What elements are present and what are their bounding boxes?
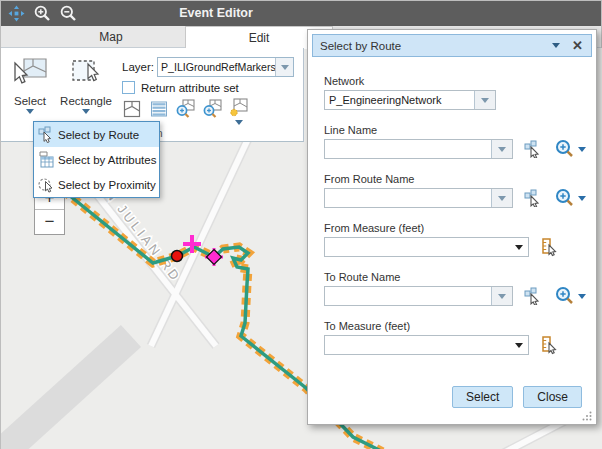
layer-dropdown-button[interactable] bbox=[275, 58, 293, 76]
select-on-map-icon bbox=[524, 189, 542, 207]
from-route-select-on-map-button[interactable] bbox=[524, 189, 542, 207]
from-measure-combobox[interactable] bbox=[324, 237, 529, 257]
from-measure-input[interactable] bbox=[325, 238, 510, 256]
from-measure-label: From Measure (feet) bbox=[324, 222, 586, 234]
zoom-magnifier-icon bbox=[555, 286, 575, 306]
to-route-zoom-button[interactable] bbox=[555, 286, 586, 306]
app-title: Event Editor bbox=[179, 6, 253, 20]
menu-item-label: Select by Attributes bbox=[58, 154, 156, 166]
menu-item-select-by-proximity[interactable]: Select by Proximity bbox=[34, 172, 159, 197]
title-bar: Event Editor bbox=[1, 1, 601, 26]
zoom-options-caret[interactable] bbox=[578, 294, 586, 299]
zoom-magnifier-icon bbox=[555, 139, 575, 159]
to-measure-dropdown-button[interactable] bbox=[510, 336, 528, 354]
select-on-map-icon bbox=[524, 287, 542, 305]
line-name-zoom-button[interactable] bbox=[555, 139, 586, 159]
layer-value: P_ILIGroundRefMarkers bbox=[158, 58, 275, 76]
polygon-icon bbox=[122, 99, 142, 119]
from-measure-dropdown-button[interactable] bbox=[510, 238, 528, 256]
select-dropdown-menu: Select by Route Select by Attributes Sel… bbox=[33, 121, 160, 198]
from-route-dropdown-button[interactable] bbox=[491, 189, 512, 207]
selection-options-icon bbox=[228, 97, 249, 118]
from-route-combobox[interactable] bbox=[324, 188, 513, 208]
measure-ruler-icon bbox=[540, 336, 559, 355]
panel-title: Select by Route bbox=[313, 40, 552, 52]
select-tool-label: Select bbox=[5, 95, 55, 107]
select-by-proximity-icon bbox=[38, 176, 54, 193]
rectangle-tool-icon bbox=[68, 57, 104, 90]
to-route-dropdown-button[interactable] bbox=[491, 287, 512, 305]
network-row bbox=[324, 90, 586, 110]
to-route-select-on-map-button[interactable] bbox=[524, 287, 542, 305]
rectangle-tool-button[interactable]: Rectangle bbox=[55, 57, 117, 114]
road-wide-gray bbox=[1, 336, 131, 449]
zoom-out-icon[interactable] bbox=[59, 4, 78, 23]
panel-collapse-caret[interactable] bbox=[552, 43, 560, 48]
pan-to-selection-button[interactable] bbox=[201, 97, 224, 120]
from-route-label: From Route Name bbox=[324, 173, 586, 185]
from-route-zoom-button[interactable] bbox=[555, 188, 586, 208]
panel-buttons: Select Close bbox=[452, 386, 582, 408]
line-name-select-on-map-button[interactable] bbox=[524, 140, 542, 158]
select-button[interactable]: Select bbox=[452, 386, 513, 408]
select-by-polygon-button[interactable] bbox=[120, 97, 143, 120]
zoom-magnifier-icon bbox=[555, 188, 575, 208]
map-zoom-out-button[interactable]: − bbox=[35, 210, 64, 234]
network-combobox[interactable] bbox=[324, 90, 496, 110]
panel-resize-grip[interactable] bbox=[582, 410, 593, 421]
select-by-route-panel: Select by Route ✕ Network Line Name bbox=[307, 29, 597, 425]
line-name-combobox[interactable] bbox=[324, 139, 513, 159]
panel-close-icon[interactable]: ✕ bbox=[572, 39, 583, 52]
to-measure-pick-on-map-button[interactable] bbox=[540, 336, 559, 355]
panel-body: Network Line Name bbox=[324, 75, 586, 369]
line-name-row bbox=[324, 139, 586, 159]
marker-red-point[interactable] bbox=[172, 251, 183, 262]
to-measure-label: To Measure (feet) bbox=[324, 320, 586, 332]
attributes-table-icon bbox=[149, 99, 169, 119]
panel-header[interactable]: Select by Route ✕ bbox=[312, 34, 592, 57]
select-tool-dropdown-caret[interactable] bbox=[26, 109, 34, 114]
zoom-to-selection-button[interactable] bbox=[174, 97, 197, 120]
return-attribute-set-row: Return attribute set bbox=[122, 81, 239, 94]
select-on-map-icon bbox=[524, 140, 542, 158]
menu-item-select-by-route[interactable]: Select by Route bbox=[34, 122, 159, 147]
line-name-dropdown-button[interactable] bbox=[491, 140, 512, 158]
selection-options-caret[interactable] bbox=[235, 120, 243, 125]
from-measure-row bbox=[324, 237, 586, 257]
return-attribute-set-checkbox[interactable] bbox=[122, 81, 135, 94]
network-input[interactable] bbox=[325, 91, 474, 109]
menu-item-select-by-attributes[interactable]: Select by Attributes bbox=[34, 147, 159, 172]
layer-combobox[interactable]: P_ILIGroundRefMarkers bbox=[157, 57, 294, 77]
select-tool-icon bbox=[12, 57, 48, 90]
network-dropdown-button[interactable] bbox=[474, 91, 495, 109]
to-measure-combobox[interactable] bbox=[324, 335, 529, 355]
close-button[interactable]: Close bbox=[523, 386, 582, 408]
layer-label: Layer: bbox=[122, 61, 154, 73]
pan-to-selection-icon bbox=[202, 98, 223, 119]
network-label: Network bbox=[324, 75, 586, 87]
to-measure-input[interactable] bbox=[325, 336, 510, 354]
zoom-in-icon[interactable] bbox=[33, 4, 52, 23]
measure-ruler-icon bbox=[540, 238, 559, 257]
zoom-options-caret[interactable] bbox=[578, 196, 586, 201]
to-route-input[interactable] bbox=[325, 287, 491, 305]
rectangle-tool-label: Rectangle bbox=[55, 95, 117, 107]
menu-item-label: Select by Route bbox=[58, 129, 139, 141]
tab-map[interactable]: Map bbox=[37, 26, 185, 48]
return-attribute-set-label: Return attribute set bbox=[141, 82, 239, 94]
from-route-input[interactable] bbox=[325, 189, 491, 207]
menu-item-label: Select by Proximity bbox=[58, 179, 156, 191]
event-editor-window: Event Editor Map Edit Review Select Rect… bbox=[0, 0, 602, 449]
to-route-label: To Route Name bbox=[324, 271, 586, 283]
pan-icon[interactable] bbox=[7, 4, 26, 23]
line-name-input[interactable] bbox=[325, 140, 491, 158]
rectangle-tool-dropdown-caret[interactable] bbox=[82, 109, 90, 114]
line-name-label: Line Name bbox=[324, 124, 586, 136]
from-route-row bbox=[324, 188, 586, 208]
selection-options-button[interactable] bbox=[228, 97, 249, 125]
show-attributes-button[interactable] bbox=[147, 97, 170, 120]
zoom-options-caret[interactable] bbox=[578, 147, 586, 152]
from-measure-pick-on-map-button[interactable] bbox=[540, 238, 559, 257]
to-route-combobox[interactable] bbox=[324, 286, 513, 306]
select-tool-button[interactable]: Select bbox=[5, 57, 55, 114]
